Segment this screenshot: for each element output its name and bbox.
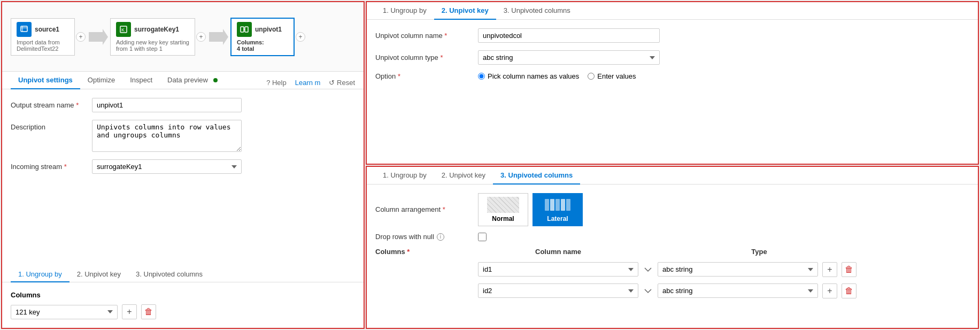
unpivot-col-type-select[interactable]: abc string (478, 50, 660, 65)
drop-null-checkbox[interactable] (478, 233, 487, 241)
canvas-plus-1[interactable]: + (76, 32, 86, 42)
unpivot-cols-label: Columns: 4 total (237, 39, 264, 52)
delete-row-btn-2[interactable]: 🗑 (842, 283, 856, 298)
right-bot-tab-ungroup-by[interactable]: 1. Ungroup by (375, 167, 434, 185)
normal-label: Normal (492, 215, 514, 222)
bottom-form-area: Column arrangement * Normal (367, 185, 978, 328)
arrangement-normal[interactable]: Normal (478, 193, 528, 226)
arrangement-lateral[interactable]: Lateral (533, 193, 583, 226)
svg-text:K: K (121, 27, 125, 33)
required-star-2: * (64, 163, 67, 171)
help-action[interactable]: ? Help (266, 79, 287, 87)
canvas-plus-3[interactable]: + (296, 32, 305, 42)
right-top-panel: 1. Ungroup by 2. Unpivot key 3. Unpivote… (366, 1, 979, 165)
incoming-stream-row: Incoming stream * surrogateKey1 (11, 159, 355, 174)
data-type-select-1[interactable]: abc string (658, 262, 818, 277)
col-arrangement-row: Column arrangement * Normal (375, 193, 969, 226)
arrow-2 (207, 29, 230, 45)
data-row-2: id2 abc string + 🗑 (478, 283, 969, 298)
data-col-select-1[interactable]: id1 (478, 262, 638, 277)
surrogate-node: K surrogateKey1 Adding new key key start… (110, 18, 195, 56)
source-icon (17, 22, 32, 37)
settings-area: Unpivot settings Optimize Inspect Data p… (2, 72, 364, 328)
sub-tab-unpivot-key[interactable]: 2. Unpivot key (70, 267, 128, 282)
col-type-header: Type (679, 248, 839, 256)
surrogate-subtitle: Adding new key key startingfrom 1 with s… (116, 39, 189, 52)
output-stream-input[interactable] (92, 98, 242, 112)
right-tab-ungroup-by[interactable]: 1. Ungroup by (375, 2, 434, 20)
tab-optimize[interactable]: Optimize (80, 72, 122, 89)
main-tabs: Unpivot settings Optimize Inspect Data p… (2, 72, 364, 89)
surrogate-icon: K (116, 22, 131, 37)
unpivot-icon-row: unpivot1 (237, 22, 282, 37)
svg-rect-0 (21, 26, 27, 32)
right-bottom-tabs: 1. Ungroup by 2. Unpivot key 3. Unpivote… (367, 167, 978, 185)
surrogate-node-box[interactable]: K surrogateKey1 Adding new key key start… (110, 18, 195, 56)
option-label: Option * (375, 72, 472, 80)
description-textarea[interactable]: Unpivots columns into row values and ung… (92, 120, 242, 152)
add-row-btn-2[interactable]: + (822, 283, 837, 298)
surrogate-title: surrogateKey1 (134, 26, 179, 33)
add-row-btn-1[interactable]: + (822, 262, 837, 277)
data-col-select-2[interactable]: id2 (478, 283, 638, 298)
incoming-stream-label: Incoming stream * (11, 159, 86, 171)
unpivot-node-box[interactable]: unpivot1 Columns: 4 total (230, 18, 295, 56)
tab-unpivot-settings[interactable]: Unpivot settings (11, 72, 80, 89)
form-area: Output stream name * Description Unpivot… (2, 89, 364, 267)
req-star-bot-2: * (407, 248, 410, 256)
source-icon-row: source1 (17, 22, 59, 37)
tab-data-preview[interactable]: Data preview (160, 72, 225, 89)
option-radio-group: Pick column names as values Enter values (478, 72, 636, 80)
columns-main-label: Columns * (375, 248, 472, 256)
svg-marker-6 (209, 29, 228, 45)
right-tab-unpivoted-columns[interactable]: 3. Unpivoted columns (496, 2, 578, 20)
learn-more-action[interactable]: Learn m (295, 79, 321, 87)
lateral-pattern (542, 197, 574, 213)
radio-enter-values[interactable]: Enter values (588, 72, 636, 80)
sub-tab-unpivoted-columns[interactable]: 3. Unpivoted columns (128, 267, 210, 282)
unpivot-col-name-input[interactable] (478, 28, 660, 43)
unpivot-title: unpivot1 (255, 26, 282, 33)
col-arrangement-label: Column arrangement * (375, 205, 472, 213)
right-bottom-panel: 1. Ungroup by 2. Unpivot key 3. Unpivote… (366, 166, 979, 329)
right-tab-unpivot-key[interactable]: 2. Unpivot key (434, 2, 496, 20)
radio-pick-col-names-input[interactable] (478, 73, 485, 80)
req-star-top-3: * (398, 72, 400, 80)
sub-tab-ungroup-by[interactable]: 1. Ungroup by (11, 267, 70, 282)
unpivot-node: unpivot1 Columns: 4 total (230, 18, 295, 56)
delete-column-btn[interactable]: 🗑 (141, 304, 156, 319)
output-stream-label: Output stream name * (11, 98, 86, 109)
radio-enter-values-input[interactable] (588, 73, 595, 80)
svg-rect-7 (241, 27, 244, 32)
description-label: Description (11, 120, 86, 131)
columns-header-row: Columns * Column name Type (375, 248, 969, 256)
right-bot-tab-unpivoted-columns[interactable]: 3. Unpivoted columns (493, 167, 580, 185)
svg-rect-8 (245, 27, 248, 32)
data-type-select-2[interactable]: abc string (658, 283, 818, 298)
col-name-header: Column name (478, 248, 638, 256)
option-row: Option * Pick column names as values Ent… (375, 72, 969, 80)
col-header-labels: Column name Type (478, 248, 839, 256)
reset-action[interactable]: ↺ Reset (329, 79, 355, 87)
source-title: source1 (35, 26, 59, 33)
surrogate-icon-row: K surrogateKey1 (116, 22, 179, 37)
column-select-1[interactable]: 121 key (11, 305, 118, 319)
incoming-stream-select[interactable]: surrogateKey1 (92, 159, 242, 174)
radio-pick-col-names[interactable]: Pick column names as values (478, 72, 579, 80)
left-panel: source1 Import data fromDelimitedText22 … (1, 1, 365, 329)
right-bot-tab-unpivot-key[interactable]: 2. Unpivot key (434, 167, 493, 185)
add-column-btn[interactable]: + (122, 304, 137, 319)
right-top-tabs: 1. Ungroup by 2. Unpivot key 3. Unpivote… (367, 2, 978, 20)
canvas-plus-2[interactable]: + (196, 32, 206, 42)
tab-inspect[interactable]: Inspect (122, 72, 160, 89)
source-node-box[interactable]: source1 Import data fromDelimitedText22 (11, 18, 75, 56)
drop-null-info-icon[interactable]: i (437, 233, 444, 241)
col-spacer (643, 248, 675, 256)
drop-null-row: Drop rows with null i (375, 233, 969, 241)
unpivot-col-name-label: Unpivot column name * (375, 32, 472, 40)
column-row-1: 121 key + 🗑 (11, 304, 355, 319)
chevron-down-icon-2 (643, 286, 653, 296)
source-node: source1 Import data fromDelimitedText22 (11, 18, 75, 56)
tab-actions: ? Help Learn m ↺ Reset (266, 79, 355, 89)
delete-row-btn-1[interactable]: 🗑 (842, 262, 856, 277)
